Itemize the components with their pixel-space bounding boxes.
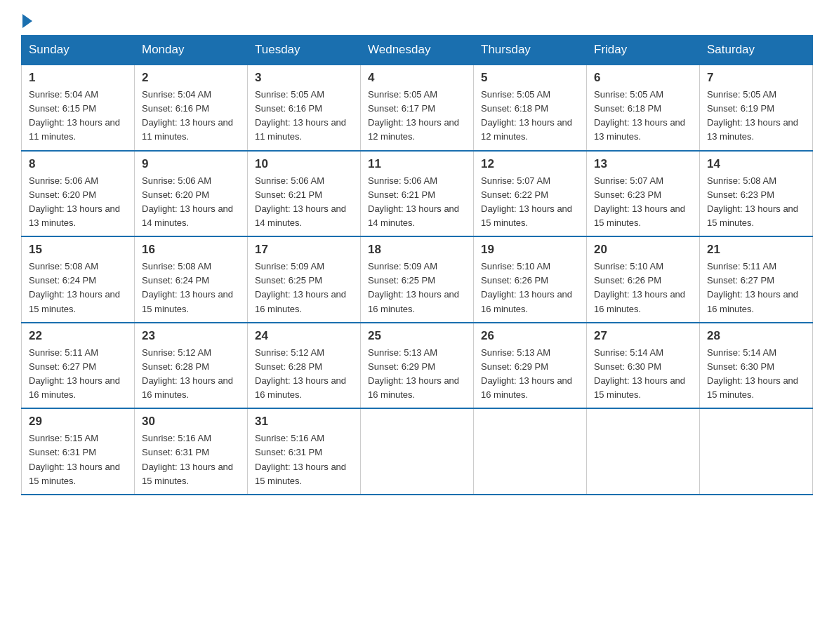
day-number: 19 <box>481 243 579 257</box>
calendar-day-cell: 25 Sunrise: 5:13 AM Sunset: 6:29 PM Dayl… <box>361 323 474 409</box>
calendar-day-cell: 3 Sunrise: 5:05 AM Sunset: 6:16 PM Dayli… <box>248 65 361 151</box>
day-number: 14 <box>707 157 805 171</box>
calendar-day-cell <box>474 408 587 495</box>
day-detail: Sunrise: 5:07 AM Sunset: 6:22 PM Dayligh… <box>481 174 579 231</box>
calendar-day-cell: 29 Sunrise: 5:15 AM Sunset: 6:31 PM Dayl… <box>22 408 135 495</box>
day-detail: Sunrise: 5:15 AM Sunset: 6:31 PM Dayligh… <box>29 431 127 488</box>
calendar-day-cell: 27 Sunrise: 5:14 AM Sunset: 6:30 PM Dayl… <box>587 323 700 409</box>
day-detail: Sunrise: 5:04 AM Sunset: 6:15 PM Dayligh… <box>29 88 127 145</box>
day-detail: Sunrise: 5:06 AM Sunset: 6:21 PM Dayligh… <box>255 174 353 231</box>
day-number: 7 <box>707 71 805 85</box>
day-detail: Sunrise: 5:04 AM Sunset: 6:16 PM Dayligh… <box>142 88 240 145</box>
calendar-day-cell: 11 Sunrise: 5:06 AM Sunset: 6:21 PM Dayl… <box>361 151 474 237</box>
calendar-day-cell: 28 Sunrise: 5:14 AM Sunset: 6:30 PM Dayl… <box>700 323 813 409</box>
day-number: 29 <box>29 415 127 429</box>
day-number: 30 <box>142 415 240 429</box>
calendar-day-cell: 8 Sunrise: 5:06 AM Sunset: 6:20 PM Dayli… <box>22 151 135 237</box>
calendar-day-cell: 20 Sunrise: 5:10 AM Sunset: 6:26 PM Dayl… <box>587 236 700 323</box>
day-detail: Sunrise: 5:05 AM Sunset: 6:17 PM Dayligh… <box>368 88 466 145</box>
day-detail: Sunrise: 5:11 AM Sunset: 6:27 PM Dayligh… <box>29 346 127 403</box>
calendar-day-cell: 24 Sunrise: 5:12 AM Sunset: 6:28 PM Dayl… <box>248 323 361 409</box>
calendar-week-row: 22 Sunrise: 5:11 AM Sunset: 6:27 PM Dayl… <box>22 323 813 409</box>
calendar-day-cell: 17 Sunrise: 5:09 AM Sunset: 6:25 PM Dayl… <box>248 236 361 323</box>
calendar-day-cell: 1 Sunrise: 5:04 AM Sunset: 6:15 PM Dayli… <box>22 65 135 151</box>
page-header <box>21 14 813 28</box>
calendar-week-row: 1 Sunrise: 5:04 AM Sunset: 6:15 PM Dayli… <box>22 65 813 151</box>
day-number: 6 <box>594 71 692 85</box>
day-detail: Sunrise: 5:08 AM Sunset: 6:24 PM Dayligh… <box>29 260 127 316</box>
day-number: 13 <box>594 157 692 171</box>
calendar-day-cell: 23 Sunrise: 5:12 AM Sunset: 6:28 PM Dayl… <box>135 323 248 409</box>
day-detail: Sunrise: 5:14 AM Sunset: 6:30 PM Dayligh… <box>594 346 692 403</box>
column-header-monday: Monday <box>135 36 248 65</box>
calendar-day-cell: 4 Sunrise: 5:05 AM Sunset: 6:17 PM Dayli… <box>361 65 474 151</box>
day-number: 4 <box>368 71 466 85</box>
day-detail: Sunrise: 5:12 AM Sunset: 6:28 PM Dayligh… <box>255 346 353 403</box>
day-detail: Sunrise: 5:05 AM Sunset: 6:18 PM Dayligh… <box>594 88 692 145</box>
calendar-day-cell: 21 Sunrise: 5:11 AM Sunset: 6:27 PM Dayl… <box>700 236 813 323</box>
column-header-friday: Friday <box>587 36 700 65</box>
calendar-day-cell: 15 Sunrise: 5:08 AM Sunset: 6:24 PM Dayl… <box>22 236 135 323</box>
calendar-day-cell: 26 Sunrise: 5:13 AM Sunset: 6:29 PM Dayl… <box>474 323 587 409</box>
calendar-day-cell: 7 Sunrise: 5:05 AM Sunset: 6:19 PM Dayli… <box>700 65 813 151</box>
day-number: 28 <box>707 329 805 343</box>
calendar-day-cell: 5 Sunrise: 5:05 AM Sunset: 6:18 PM Dayli… <box>474 65 587 151</box>
calendar-day-cell: 13 Sunrise: 5:07 AM Sunset: 6:23 PM Dayl… <box>587 151 700 237</box>
day-detail: Sunrise: 5:13 AM Sunset: 6:29 PM Dayligh… <box>481 346 579 403</box>
logo-triangle-icon <box>22 14 32 28</box>
calendar-day-cell: 31 Sunrise: 5:16 AM Sunset: 6:31 PM Dayl… <box>248 408 361 495</box>
calendar-day-cell <box>361 408 474 495</box>
day-number: 27 <box>594 329 692 343</box>
day-detail: Sunrise: 5:06 AM Sunset: 6:20 PM Dayligh… <box>29 174 127 231</box>
day-number: 26 <box>481 329 579 343</box>
calendar-day-cell: 14 Sunrise: 5:08 AM Sunset: 6:23 PM Dayl… <box>700 151 813 237</box>
calendar-table: SundayMondayTuesdayWednesdayThursdayFrid… <box>21 35 813 495</box>
day-detail: Sunrise: 5:10 AM Sunset: 6:26 PM Dayligh… <box>594 260 692 316</box>
calendar-week-row: 29 Sunrise: 5:15 AM Sunset: 6:31 PM Dayl… <box>22 408 813 495</box>
day-detail: Sunrise: 5:05 AM Sunset: 6:19 PM Dayligh… <box>707 88 805 145</box>
calendar-day-cell: 10 Sunrise: 5:06 AM Sunset: 6:21 PM Dayl… <box>248 151 361 237</box>
day-number: 22 <box>29 329 127 343</box>
day-number: 21 <box>707 243 805 257</box>
day-detail: Sunrise: 5:05 AM Sunset: 6:18 PM Dayligh… <box>481 88 579 145</box>
day-detail: Sunrise: 5:13 AM Sunset: 6:29 PM Dayligh… <box>368 346 466 403</box>
calendar-day-cell <box>700 408 813 495</box>
calendar-day-cell: 19 Sunrise: 5:10 AM Sunset: 6:26 PM Dayl… <box>474 236 587 323</box>
calendar-week-row: 15 Sunrise: 5:08 AM Sunset: 6:24 PM Dayl… <box>22 236 813 323</box>
column-header-saturday: Saturday <box>700 36 813 65</box>
column-header-sunday: Sunday <box>22 36 135 65</box>
logo <box>21 14 32 28</box>
day-number: 1 <box>29 71 127 85</box>
calendar-day-cell: 12 Sunrise: 5:07 AM Sunset: 6:22 PM Dayl… <box>474 151 587 237</box>
day-detail: Sunrise: 5:10 AM Sunset: 6:26 PM Dayligh… <box>481 260 579 316</box>
day-detail: Sunrise: 5:14 AM Sunset: 6:30 PM Dayligh… <box>707 346 805 403</box>
calendar-week-row: 8 Sunrise: 5:06 AM Sunset: 6:20 PM Dayli… <box>22 151 813 237</box>
calendar-day-cell: 2 Sunrise: 5:04 AM Sunset: 6:16 PM Dayli… <box>135 65 248 151</box>
calendar-day-cell <box>587 408 700 495</box>
day-number: 12 <box>481 157 579 171</box>
day-number: 8 <box>29 157 127 171</box>
day-detail: Sunrise: 5:06 AM Sunset: 6:20 PM Dayligh… <box>142 174 240 231</box>
day-detail: Sunrise: 5:09 AM Sunset: 6:25 PM Dayligh… <box>368 260 466 316</box>
calendar-day-cell: 16 Sunrise: 5:08 AM Sunset: 6:24 PM Dayl… <box>135 236 248 323</box>
day-detail: Sunrise: 5:05 AM Sunset: 6:16 PM Dayligh… <box>255 88 353 145</box>
calendar-day-cell: 22 Sunrise: 5:11 AM Sunset: 6:27 PM Dayl… <box>22 323 135 409</box>
day-detail: Sunrise: 5:08 AM Sunset: 6:23 PM Dayligh… <box>707 174 805 231</box>
day-number: 11 <box>368 157 466 171</box>
day-detail: Sunrise: 5:06 AM Sunset: 6:21 PM Dayligh… <box>368 174 466 231</box>
calendar-header-row: SundayMondayTuesdayWednesdayThursdayFrid… <box>22 36 813 65</box>
day-detail: Sunrise: 5:16 AM Sunset: 6:31 PM Dayligh… <box>255 431 353 488</box>
column-header-tuesday: Tuesday <box>248 36 361 65</box>
day-number: 15 <box>29 243 127 257</box>
day-number: 2 <box>142 71 240 85</box>
day-number: 24 <box>255 329 353 343</box>
day-detail: Sunrise: 5:07 AM Sunset: 6:23 PM Dayligh… <box>594 174 692 231</box>
calendar-day-cell: 18 Sunrise: 5:09 AM Sunset: 6:25 PM Dayl… <box>361 236 474 323</box>
day-number: 17 <box>255 243 353 257</box>
day-number: 5 <box>481 71 579 85</box>
day-detail: Sunrise: 5:09 AM Sunset: 6:25 PM Dayligh… <box>255 260 353 316</box>
day-number: 20 <box>594 243 692 257</box>
calendar-day-cell: 9 Sunrise: 5:06 AM Sunset: 6:20 PM Dayli… <box>135 151 248 237</box>
day-detail: Sunrise: 5:11 AM Sunset: 6:27 PM Dayligh… <box>707 260 805 316</box>
day-number: 31 <box>255 415 353 429</box>
